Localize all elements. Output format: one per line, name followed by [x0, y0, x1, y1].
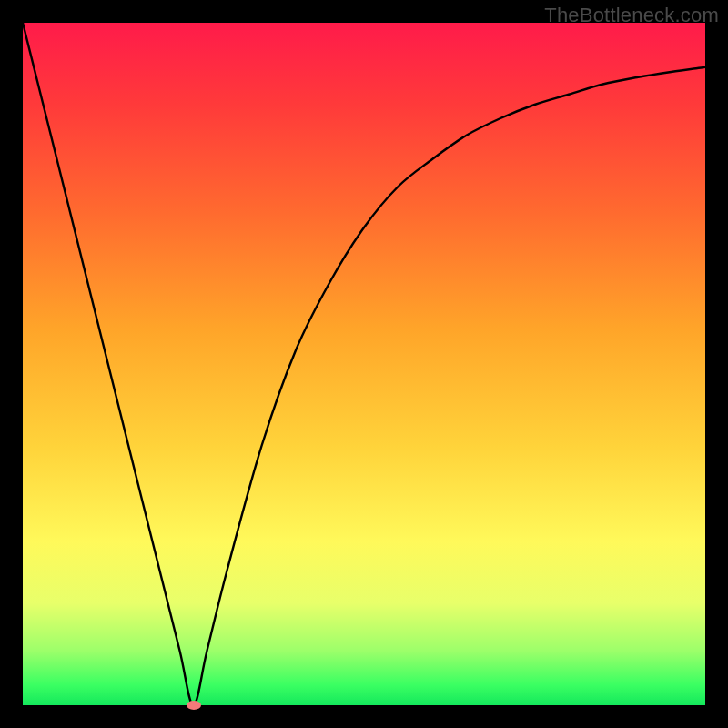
- curve-svg: [23, 23, 705, 705]
- bottleneck-curve: [23, 23, 705, 705]
- plot-area: [23, 23, 705, 705]
- chart-container: TheBottleneck.com: [0, 0, 728, 728]
- min-marker: [187, 701, 201, 710]
- watermark-text: TheBottleneck.com: [544, 4, 719, 27]
